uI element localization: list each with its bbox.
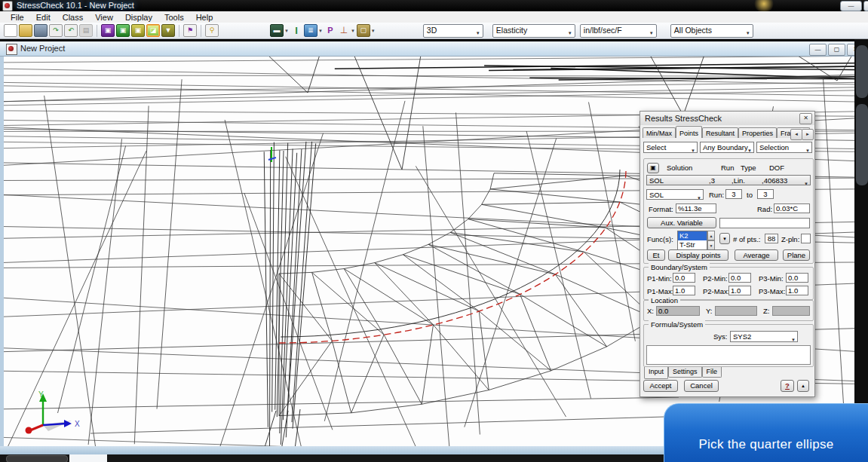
menu-view[interactable]: View bbox=[89, 13, 119, 22]
side-tab[interactable] bbox=[856, 45, 868, 98]
zpln-field[interactable] bbox=[801, 234, 811, 243]
mode-combo[interactable]: 3D bbox=[423, 24, 483, 38]
eraser-icon[interactable]: ▬ bbox=[270, 24, 284, 37]
results-view-icon[interactable]: ◪ bbox=[146, 24, 160, 37]
formula-text-area[interactable] bbox=[646, 345, 811, 365]
checkbox-icon: ▣ bbox=[650, 164, 656, 171]
tab-settings[interactable]: Settings bbox=[668, 367, 702, 378]
caret-down-icon[interactable]: ▼ bbox=[351, 29, 355, 33]
run-to-field[interactable]: 3 bbox=[757, 189, 774, 199]
rad-field[interactable]: 0.03*C bbox=[774, 203, 810, 213]
p3max-field[interactable]: 1.0 bbox=[786, 286, 808, 295]
mesh-cube-icon[interactable]: ▣ bbox=[116, 24, 130, 37]
pts-field[interactable]: 88 bbox=[765, 234, 778, 243]
layers-icon[interactable]: ≣ bbox=[304, 24, 317, 37]
menu-edit[interactable]: Edit bbox=[30, 13, 57, 22]
menu-file[interactable]: File bbox=[5, 13, 30, 22]
caret-down-icon[interactable]: ▼ bbox=[318, 29, 323, 33]
average-button[interactable]: Average bbox=[735, 249, 778, 261]
run-from-field[interactable]: 3 bbox=[725, 189, 742, 199]
tab-file[interactable]: File bbox=[702, 367, 722, 378]
save-icon[interactable] bbox=[34, 24, 48, 37]
solution-checkbox-button[interactable]: ▣ bbox=[647, 163, 659, 173]
header-run: Run bbox=[721, 164, 734, 172]
plane-button[interactable]: Plane bbox=[783, 249, 810, 261]
loads-shield-icon[interactable]: ▼ bbox=[161, 24, 175, 37]
print-icon[interactable]: ▤ bbox=[79, 24, 93, 37]
z-field[interactable] bbox=[772, 306, 810, 316]
select-combo[interactable]: Select bbox=[643, 142, 698, 153]
dialog-titlebar[interactable]: Results StressCheck ✕ bbox=[640, 112, 814, 125]
run-flag-icon[interactable]: ⚑ bbox=[183, 24, 197, 37]
units-combo[interactable]: in/lbf/sec/F bbox=[580, 24, 657, 38]
y-field[interactable] bbox=[715, 306, 757, 316]
tab-minmax[interactable]: Min/Max bbox=[643, 127, 676, 138]
y-label: Y: bbox=[706, 307, 712, 315]
boundary-group: Boundary/System P1-Min: 0.0 P2-Min: 0.0 … bbox=[643, 267, 814, 300]
display-points-button[interactable]: Display points bbox=[668, 249, 728, 261]
et-button[interactable]: Et bbox=[647, 249, 665, 261]
p-order-icon[interactable]: P bbox=[324, 25, 336, 36]
doc-minimize-button[interactable]: — bbox=[809, 44, 827, 56]
func-listbox[interactable]: K2 T-Str bbox=[677, 231, 707, 250]
sol-combo[interactable]: SOL bbox=[646, 189, 704, 200]
caret-down-icon[interactable]: ▼ bbox=[284, 29, 289, 33]
header-dof: DOF bbox=[769, 164, 784, 172]
func-scroll-up[interactable]: ▲ bbox=[707, 231, 715, 240]
x-field[interactable]: 0.0 bbox=[656, 306, 700, 316]
tab-scroll-right[interactable]: ► bbox=[802, 129, 814, 140]
p1min-field[interactable]: 0.0 bbox=[673, 273, 695, 283]
menu-class[interactable]: Class bbox=[57, 13, 90, 22]
import-icon[interactable]: ↶ bbox=[64, 24, 78, 37]
location-group: Location X: 0.0 Y: Z: bbox=[643, 300, 814, 321]
open-folder-icon[interactable] bbox=[19, 24, 32, 37]
new-file-icon[interactable] bbox=[4, 24, 17, 37]
menu-display[interactable]: Display bbox=[119, 13, 158, 22]
menu-tools[interactable]: Tools bbox=[158, 13, 190, 22]
func-item[interactable]: T-Str bbox=[678, 240, 707, 249]
func-dropdown-button[interactable]: ▼ bbox=[719, 233, 730, 244]
cancel-button[interactable]: Cancel bbox=[684, 380, 719, 392]
collapse-button[interactable]: ▲ bbox=[797, 380, 809, 392]
solution-row-combo[interactable]: SOL ,3 ,Lin. ,406833 bbox=[646, 175, 811, 185]
camera-icon[interactable]: ▢ bbox=[357, 24, 370, 37]
model-cube-icon[interactable]: ▣ bbox=[101, 24, 115, 37]
help-button[interactable]: ? bbox=[781, 380, 794, 392]
dialog-title: Results StressCheck bbox=[645, 114, 722, 123]
document-titlebar[interactable]: New Project — ▢ ✕ bbox=[0, 41, 868, 57]
tab-input[interactable]: Input bbox=[644, 367, 668, 379]
func-item-selected[interactable]: K2 bbox=[678, 231, 707, 240]
doc-maximize-button[interactable]: ▢ bbox=[828, 44, 845, 56]
maximize-button[interactable]: ▢ bbox=[863, 1, 868, 11]
selection-combo[interactable]: Selection bbox=[756, 142, 812, 153]
export-icon[interactable]: ↷ bbox=[49, 24, 63, 37]
boundary-combo[interactable]: Any Boundary bbox=[700, 142, 754, 153]
key-help-icon[interactable]: ⚲ bbox=[205, 24, 219, 37]
aux-variable-button[interactable]: Aux. Variable bbox=[647, 217, 716, 228]
p1max-field[interactable]: 1.0 bbox=[673, 286, 695, 295]
sys-combo[interactable]: SYS2 bbox=[730, 331, 798, 342]
p2min-field[interactable]: 0.0 bbox=[728, 273, 751, 283]
p2max-label: P2-Max: bbox=[703, 287, 729, 295]
taskbar-pill[interactable] bbox=[6, 455, 68, 462]
tab-properties[interactable]: Properties bbox=[738, 127, 777, 138]
taskbar-item[interactable] bbox=[69, 454, 107, 462]
caret-down-icon[interactable]: ▼ bbox=[371, 29, 376, 33]
menu-help[interactable]: Help bbox=[190, 13, 219, 22]
p3min-field[interactable]: 0.0 bbox=[786, 273, 808, 283]
side-tab[interactable] bbox=[856, 104, 868, 185]
objects-combo[interactable]: All Objects bbox=[670, 24, 753, 38]
dialog-close-button[interactable]: ✕ bbox=[799, 113, 812, 124]
aux-field[interactable] bbox=[719, 218, 810, 228]
constraint-icon[interactable]: ⊥ bbox=[338, 25, 350, 36]
format-field[interactable]: %11.3e bbox=[676, 203, 716, 213]
tab-scroll-left[interactable]: ◄ bbox=[790, 129, 802, 140]
analysis-type-combo[interactable]: Elasticity bbox=[492, 24, 575, 38]
material-cube-icon[interactable]: ▣ bbox=[131, 24, 145, 37]
dimension-ibeam-icon[interactable]: I bbox=[290, 25, 302, 36]
p2max-field[interactable]: 1.0 bbox=[728, 286, 751, 295]
minimize-button[interactable]: — bbox=[840, 1, 862, 11]
accept-button[interactable]: Accept bbox=[643, 380, 678, 392]
tab-points[interactable]: Points bbox=[676, 126, 702, 138]
tab-resultant[interactable]: Resultant bbox=[702, 127, 738, 138]
